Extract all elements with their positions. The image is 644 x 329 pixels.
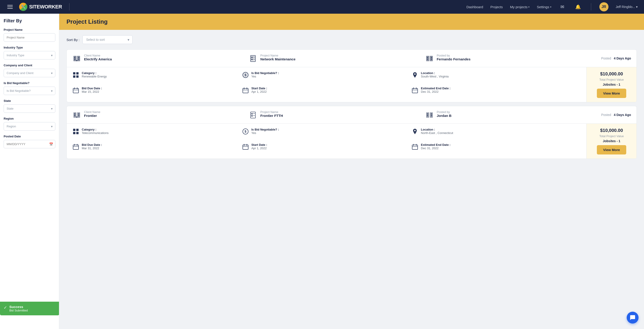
location-icon (411, 128, 418, 135)
user-name[interactable]: Jeff Ringblo... ▾ (616, 5, 638, 9)
card-details-side: $10,000.00 Total Project Value Jobsites … (586, 67, 636, 102)
filter-group-project-name: Project Name (4, 28, 55, 42)
detail-bid-due: Bid Due Date : Mar 15, 2022 (72, 87, 242, 98)
hamburger-menu-button[interactable] (6, 4, 14, 10)
category-value: Telecommunications (82, 131, 108, 135)
bid-negotiable-icon: $ (242, 128, 249, 135)
detail-location: Location : South-West , Virginia (411, 71, 581, 83)
card-details-side: $10,000.00 Total Project Value Jobsites … (586, 124, 636, 159)
posted-by-value: Jordan B (437, 114, 452, 118)
start-date-value: Apr 1, 2022 (252, 90, 267, 93)
card-project-name-col: Project Name Frontier FTTH (248, 110, 425, 119)
bid-negotiable-select-wrapper: Is Bid Negotiable? (4, 87, 55, 95)
card-client-name-col: Client Name Frontier (72, 110, 248, 119)
svg-rect-19 (431, 57, 432, 58)
category-value: Renewable Energy (82, 75, 107, 78)
client-name-value: Frontier (84, 114, 100, 118)
filter-label-bid-negotiable: Is Bid Negotiable? (4, 81, 55, 85)
svg-rect-44 (74, 115, 75, 116)
posted-label: Posted (601, 113, 611, 117)
content-area: Sort By : Select to sort (59, 30, 644, 329)
svg-rect-3 (74, 57, 75, 58)
chat-bubble-button[interactable] (627, 312, 638, 323)
filter-label-project-name: Project Name (4, 28, 55, 32)
detail-bid-negotiable: $ Is Bid Negotiable? : Yes (242, 71, 412, 83)
sort-select[interactable]: Select to sort (82, 35, 132, 44)
logo-icon: 🔧 (19, 3, 27, 11)
posted-time-value: 4 Days Ago (614, 57, 631, 60)
nav-dashboard[interactable]: Dashboard (466, 5, 483, 9)
svg-rect-8 (251, 55, 256, 62)
svg-rect-13 (253, 59, 255, 60)
project-name-info: Project Name Network Maintenance (260, 54, 295, 61)
page-title: Project Listing (66, 18, 637, 25)
svg-rect-2 (77, 56, 80, 61)
notification-bell-button[interactable]: 🔔 (574, 3, 583, 11)
card-project-name-col: Project Name Network Maintenance (248, 54, 425, 63)
client-name-value: Electrify America (84, 57, 112, 61)
state-select-wrapper: State (4, 104, 55, 113)
category-icon (72, 128, 80, 135)
company-client-select-wrapper: Company and Client (4, 69, 55, 77)
bid-due-value: Mar 31, 2022 (82, 147, 102, 150)
settings-arrow: ▾ (550, 6, 551, 8)
my-projects-arrow: ▾ (528, 6, 530, 8)
filter-label-industry-type: Industry Type (4, 46, 55, 49)
project-name-info: Project Name Frontier FTTH (260, 110, 283, 118)
svg-rect-37 (412, 88, 418, 93)
svg-point-65 (414, 130, 416, 131)
svg-rect-60 (76, 129, 78, 131)
svg-rect-53 (426, 112, 429, 118)
view-more-button[interactable]: View More (597, 145, 626, 154)
svg-rect-11 (252, 59, 252, 60)
svg-rect-5 (78, 57, 79, 58)
svg-rect-56 (427, 115, 428, 116)
svg-rect-22 (76, 72, 78, 75)
page-header: Project Listing (59, 14, 644, 30)
filter-label-region: Region (4, 117, 55, 120)
posted-label: Posted (601, 57, 611, 60)
location-value: South-West , Virginia (421, 75, 448, 78)
filter-group-company-client: Company and Client Company and Client (4, 64, 55, 77)
nav-settings[interactable]: Settings ▾ (537, 5, 551, 9)
filter-group-industry-type: Industry Type Industry Type (4, 46, 55, 60)
posted-date-input[interactable] (4, 140, 55, 148)
state-select[interactable]: State (4, 104, 55, 113)
project-name-input[interactable] (4, 33, 55, 42)
svg-rect-33 (243, 88, 248, 93)
industry-type-select[interactable]: Industry Type (4, 51, 55, 60)
mail-icon-button[interactable]: ✉ (558, 3, 566, 11)
filter-label-state: State (4, 99, 55, 103)
nav-projects[interactable]: Projects (490, 5, 503, 9)
total-project-value: $10,000.00 (600, 128, 623, 133)
svg-rect-55 (427, 114, 428, 115)
svg-rect-58 (431, 115, 432, 116)
user-avatar[interactable]: JR (599, 2, 608, 12)
bid-negotiable-value: Yes (252, 75, 279, 78)
category-icon (72, 71, 80, 79)
svg-rect-47 (76, 116, 77, 118)
bid-negotiable-select[interactable]: Is Bid Negotiable? (4, 87, 55, 95)
svg-rect-51 (253, 114, 255, 114)
card-posted-time: Posted 4 Days Ago (601, 57, 631, 60)
start-date-label: Start Date : (252, 143, 267, 147)
calendar-icon: 📅 (49, 142, 53, 146)
svg-rect-16 (430, 56, 433, 61)
card-details-row: Category : Renewable Energy $ (67, 67, 636, 102)
user-dropdown-arrow: ▾ (636, 5, 638, 9)
nav-my-projects[interactable]: My projects ▾ (510, 5, 530, 9)
detail-category: Category : Telecommunications (72, 128, 242, 139)
project-name-value: Frontier FTTH (260, 114, 283, 118)
client-name-icon (72, 54, 81, 63)
nav-divider (69, 3, 70, 11)
app-name: SITEWORKER (29, 4, 62, 10)
posted-by-icon (425, 110, 434, 119)
view-more-button[interactable]: View More (597, 89, 626, 98)
client-name-label: Client Name (84, 54, 112, 57)
svg-rect-61 (73, 132, 76, 134)
company-client-select[interactable]: Company and Client (4, 69, 55, 77)
project-name-icon (248, 54, 258, 63)
svg-rect-42 (77, 112, 80, 118)
region-select[interactable]: Region (4, 122, 55, 131)
svg-text:$: $ (244, 73, 246, 77)
